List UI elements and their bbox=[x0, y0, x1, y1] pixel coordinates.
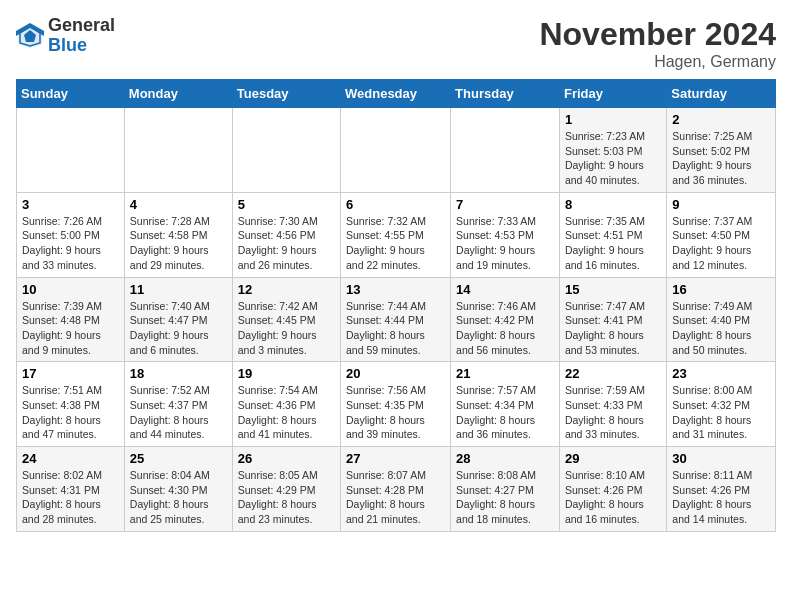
calendar-cell: 25Sunrise: 8:04 AM Sunset: 4:30 PM Dayli… bbox=[124, 447, 232, 532]
day-info: Sunrise: 8:08 AM Sunset: 4:27 PM Dayligh… bbox=[456, 468, 554, 527]
day-header-monday: Monday bbox=[124, 80, 232, 108]
calendar-cell: 17Sunrise: 7:51 AM Sunset: 4:38 PM Dayli… bbox=[17, 362, 125, 447]
day-header-wednesday: Wednesday bbox=[341, 80, 451, 108]
calendar-cell: 6Sunrise: 7:32 AM Sunset: 4:55 PM Daylig… bbox=[341, 192, 451, 277]
day-info: Sunrise: 7:56 AM Sunset: 4:35 PM Dayligh… bbox=[346, 383, 445, 442]
calendar-cell: 4Sunrise: 7:28 AM Sunset: 4:58 PM Daylig… bbox=[124, 192, 232, 277]
day-number: 7 bbox=[456, 197, 554, 212]
logo-general: General bbox=[48, 15, 115, 35]
day-number: 26 bbox=[238, 451, 335, 466]
day-info: Sunrise: 7:51 AM Sunset: 4:38 PM Dayligh… bbox=[22, 383, 119, 442]
logo: General Blue bbox=[16, 16, 115, 56]
calendar-cell: 8Sunrise: 7:35 AM Sunset: 4:51 PM Daylig… bbox=[559, 192, 666, 277]
day-number: 21 bbox=[456, 366, 554, 381]
calendar-cell: 12Sunrise: 7:42 AM Sunset: 4:45 PM Dayli… bbox=[232, 277, 340, 362]
day-info: Sunrise: 7:33 AM Sunset: 4:53 PM Dayligh… bbox=[456, 214, 554, 273]
day-number: 24 bbox=[22, 451, 119, 466]
calendar-cell: 29Sunrise: 8:10 AM Sunset: 4:26 PM Dayli… bbox=[559, 447, 666, 532]
day-number: 22 bbox=[565, 366, 661, 381]
day-info: Sunrise: 7:32 AM Sunset: 4:55 PM Dayligh… bbox=[346, 214, 445, 273]
day-number: 14 bbox=[456, 282, 554, 297]
calendar-cell: 7Sunrise: 7:33 AM Sunset: 4:53 PM Daylig… bbox=[451, 192, 560, 277]
day-header-thursday: Thursday bbox=[451, 80, 560, 108]
calendar-cell bbox=[232, 108, 340, 193]
day-info: Sunrise: 7:59 AM Sunset: 4:33 PM Dayligh… bbox=[565, 383, 661, 442]
calendar-cell bbox=[341, 108, 451, 193]
day-number: 15 bbox=[565, 282, 661, 297]
logo-icon bbox=[16, 22, 44, 50]
day-number: 1 bbox=[565, 112, 661, 127]
day-info: Sunrise: 7:54 AM Sunset: 4:36 PM Dayligh… bbox=[238, 383, 335, 442]
day-number: 30 bbox=[672, 451, 770, 466]
day-info: Sunrise: 8:02 AM Sunset: 4:31 PM Dayligh… bbox=[22, 468, 119, 527]
day-info: Sunrise: 8:00 AM Sunset: 4:32 PM Dayligh… bbox=[672, 383, 770, 442]
day-number: 9 bbox=[672, 197, 770, 212]
calendar-cell: 20Sunrise: 7:56 AM Sunset: 4:35 PM Dayli… bbox=[341, 362, 451, 447]
day-number: 11 bbox=[130, 282, 227, 297]
day-number: 25 bbox=[130, 451, 227, 466]
day-number: 5 bbox=[238, 197, 335, 212]
day-info: Sunrise: 8:05 AM Sunset: 4:29 PM Dayligh… bbox=[238, 468, 335, 527]
day-header-saturday: Saturday bbox=[667, 80, 776, 108]
day-number: 8 bbox=[565, 197, 661, 212]
title-block: November 2024 Hagen, Germany bbox=[539, 16, 776, 71]
calendar-cell: 28Sunrise: 8:08 AM Sunset: 4:27 PM Dayli… bbox=[451, 447, 560, 532]
day-info: Sunrise: 7:39 AM Sunset: 4:48 PM Dayligh… bbox=[22, 299, 119, 358]
day-number: 10 bbox=[22, 282, 119, 297]
calendar-cell: 15Sunrise: 7:47 AM Sunset: 4:41 PM Dayli… bbox=[559, 277, 666, 362]
day-info: Sunrise: 7:26 AM Sunset: 5:00 PM Dayligh… bbox=[22, 214, 119, 273]
day-number: 17 bbox=[22, 366, 119, 381]
calendar-cell: 24Sunrise: 8:02 AM Sunset: 4:31 PM Dayli… bbox=[17, 447, 125, 532]
day-number: 28 bbox=[456, 451, 554, 466]
calendar-cell: 16Sunrise: 7:49 AM Sunset: 4:40 PM Dayli… bbox=[667, 277, 776, 362]
day-info: Sunrise: 7:35 AM Sunset: 4:51 PM Dayligh… bbox=[565, 214, 661, 273]
calendar-cell: 19Sunrise: 7:54 AM Sunset: 4:36 PM Dayli… bbox=[232, 362, 340, 447]
calendar-cell: 1Sunrise: 7:23 AM Sunset: 5:03 PM Daylig… bbox=[559, 108, 666, 193]
day-number: 2 bbox=[672, 112, 770, 127]
day-number: 16 bbox=[672, 282, 770, 297]
calendar-cell: 2Sunrise: 7:25 AM Sunset: 5:02 PM Daylig… bbox=[667, 108, 776, 193]
calendar-header-row: SundayMondayTuesdayWednesdayThursdayFrid… bbox=[17, 80, 776, 108]
calendar-cell: 30Sunrise: 8:11 AM Sunset: 4:26 PM Dayli… bbox=[667, 447, 776, 532]
location: Hagen, Germany bbox=[539, 53, 776, 71]
day-header-sunday: Sunday bbox=[17, 80, 125, 108]
day-number: 23 bbox=[672, 366, 770, 381]
page-header: General Blue November 2024 Hagen, German… bbox=[16, 16, 776, 71]
day-info: Sunrise: 7:28 AM Sunset: 4:58 PM Dayligh… bbox=[130, 214, 227, 273]
day-number: 18 bbox=[130, 366, 227, 381]
calendar-cell: 23Sunrise: 8:00 AM Sunset: 4:32 PM Dayli… bbox=[667, 362, 776, 447]
day-header-tuesday: Tuesday bbox=[232, 80, 340, 108]
logo-blue-text: Blue bbox=[48, 35, 87, 55]
logo-text: General Blue bbox=[48, 16, 115, 56]
day-info: Sunrise: 7:49 AM Sunset: 4:40 PM Dayligh… bbox=[672, 299, 770, 358]
calendar-cell: 3Sunrise: 7:26 AM Sunset: 5:00 PM Daylig… bbox=[17, 192, 125, 277]
calendar-cell bbox=[17, 108, 125, 193]
day-info: Sunrise: 7:23 AM Sunset: 5:03 PM Dayligh… bbox=[565, 129, 661, 188]
day-number: 3 bbox=[22, 197, 119, 212]
calendar-cell: 14Sunrise: 7:46 AM Sunset: 4:42 PM Dayli… bbox=[451, 277, 560, 362]
day-number: 29 bbox=[565, 451, 661, 466]
day-number: 19 bbox=[238, 366, 335, 381]
day-number: 20 bbox=[346, 366, 445, 381]
calendar-cell: 11Sunrise: 7:40 AM Sunset: 4:47 PM Dayli… bbox=[124, 277, 232, 362]
calendar-table: SundayMondayTuesdayWednesdayThursdayFrid… bbox=[16, 79, 776, 532]
day-info: Sunrise: 8:10 AM Sunset: 4:26 PM Dayligh… bbox=[565, 468, 661, 527]
calendar-cell: 27Sunrise: 8:07 AM Sunset: 4:28 PM Dayli… bbox=[341, 447, 451, 532]
calendar-cell: 21Sunrise: 7:57 AM Sunset: 4:34 PM Dayli… bbox=[451, 362, 560, 447]
day-number: 12 bbox=[238, 282, 335, 297]
day-info: Sunrise: 8:04 AM Sunset: 4:30 PM Dayligh… bbox=[130, 468, 227, 527]
calendar-cell: 26Sunrise: 8:05 AM Sunset: 4:29 PM Dayli… bbox=[232, 447, 340, 532]
calendar-cell bbox=[451, 108, 560, 193]
day-info: Sunrise: 7:40 AM Sunset: 4:47 PM Dayligh… bbox=[130, 299, 227, 358]
day-info: Sunrise: 7:42 AM Sunset: 4:45 PM Dayligh… bbox=[238, 299, 335, 358]
day-info: Sunrise: 7:37 AM Sunset: 4:50 PM Dayligh… bbox=[672, 214, 770, 273]
day-info: Sunrise: 7:44 AM Sunset: 4:44 PM Dayligh… bbox=[346, 299, 445, 358]
calendar-week-row: 24Sunrise: 8:02 AM Sunset: 4:31 PM Dayli… bbox=[17, 447, 776, 532]
calendar-week-row: 3Sunrise: 7:26 AM Sunset: 5:00 PM Daylig… bbox=[17, 192, 776, 277]
calendar-week-row: 1Sunrise: 7:23 AM Sunset: 5:03 PM Daylig… bbox=[17, 108, 776, 193]
day-info: Sunrise: 7:46 AM Sunset: 4:42 PM Dayligh… bbox=[456, 299, 554, 358]
day-info: Sunrise: 7:25 AM Sunset: 5:02 PM Dayligh… bbox=[672, 129, 770, 188]
day-info: Sunrise: 8:07 AM Sunset: 4:28 PM Dayligh… bbox=[346, 468, 445, 527]
calendar-week-row: 17Sunrise: 7:51 AM Sunset: 4:38 PM Dayli… bbox=[17, 362, 776, 447]
calendar-cell: 18Sunrise: 7:52 AM Sunset: 4:37 PM Dayli… bbox=[124, 362, 232, 447]
